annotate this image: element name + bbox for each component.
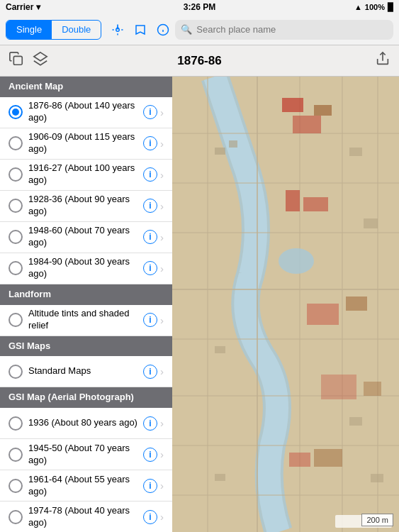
wifi-icon: ▾: [36, 2, 40, 12]
chevron-right-icon: ›: [160, 417, 164, 429]
list-item[interactable]: 1961-64 (About 55 years ago)i›: [0, 470, 172, 501]
chevron-right-icon: ›: [160, 314, 164, 326]
signal-icon: ▲: [354, 3, 362, 11]
list-item[interactable]: 1936 (About 80 years ago)i›: [0, 408, 172, 439]
item-label: 1928-36 (About 90 years ago): [28, 194, 143, 218]
toolbar-right: [375, 51, 390, 70]
list-item[interactable]: Standard Mapsi›: [0, 356, 172, 387]
bookmark-icon-btn[interactable]: [134, 23, 147, 36]
chevron-right-icon: ›: [160, 231, 164, 243]
status-bar-left: Carrier ▾: [6, 2, 40, 12]
item-label: Altitude tints and shaded relief: [28, 308, 143, 332]
chevron-right-icon: ›: [160, 106, 164, 118]
layers-icon-btn[interactable]: [33, 51, 48, 70]
svg-rect-30: [289, 453, 310, 467]
radio-button[interactable]: [9, 105, 23, 119]
svg-rect-24: [286, 190, 300, 211]
svg-rect-31: [314, 449, 342, 467]
svg-rect-26: [307, 304, 339, 325]
list-item[interactable]: 1876-86 (About 140 years ago)i›: [0, 97, 172, 128]
item-label: Standard Maps: [28, 365, 143, 377]
radio-button[interactable]: [9, 136, 23, 150]
info-button[interactable]: i: [143, 479, 157, 493]
info-button[interactable]: i: [143, 167, 157, 182]
info-icon-btn[interactable]: [157, 23, 169, 36]
svg-rect-39: [371, 474, 383, 482]
chevron-right-icon: ›: [160, 169, 164, 181]
svg-rect-21: [282, 98, 303, 112]
toolbar-title: 1876-86: [177, 54, 221, 68]
item-label: 1906-09 (About 115 years ago): [28, 131, 143, 155]
info-button[interactable]: i: [143, 261, 157, 275]
nav-icons: [111, 23, 169, 36]
search-input[interactable]: [196, 24, 388, 35]
svg-rect-29: [364, 382, 381, 396]
list-item[interactable]: 1984-90 (About 30 years ago)i›: [0, 253, 172, 284]
svg-rect-36: [215, 346, 225, 353]
share-icon-btn[interactable]: [375, 51, 390, 70]
segment-single[interactable]: Single: [6, 21, 52, 39]
info-button[interactable]: i: [143, 199, 157, 213]
radio-button[interactable]: [9, 230, 23, 244]
info-button[interactable]: i: [143, 105, 157, 119]
copy-icon-btn[interactable]: [9, 51, 24, 70]
list-item[interactable]: 1916-27 (About 100 years ago)i›: [0, 160, 172, 191]
info-button[interactable]: i: [143, 230, 157, 244]
list-item[interactable]: 1945-50 (About 70 years ago)i›: [0, 439, 172, 470]
svg-rect-22: [293, 116, 321, 133]
item-label: 1916-27 (About 100 years ago): [28, 162, 143, 187]
info-button[interactable]: i: [143, 448, 157, 462]
item-label: 1948-60 (About 70 years ago): [28, 225, 143, 249]
scale-label: 200 m: [366, 516, 388, 524]
list-item[interactable]: 1906-09 (About 115 years ago)i›: [0, 128, 172, 160]
radio-button[interactable]: [9, 479, 23, 493]
status-bar: Carrier ▾ 3:26 PM ▲ 100% ▉: [0, 0, 399, 14]
item-label: 1984-90 (About 30 years ago): [28, 256, 143, 280]
radio-button[interactable]: [9, 416, 23, 431]
list-item[interactable]: 1948-60 (About 70 years ago)i›: [0, 222, 172, 253]
info-button[interactable]: i: [143, 365, 157, 379]
segment-control[interactable]: Single Double: [6, 20, 101, 40]
item-label: 1876-86 (About 140 years ago): [28, 100, 143, 124]
map-area[interactable]: 200 m: [172, 77, 399, 532]
info-button[interactable]: i: [143, 510, 157, 524]
info-button[interactable]: i: [143, 313, 157, 327]
svg-rect-34: [349, 148, 362, 156]
svg-rect-4: [13, 56, 22, 65]
radio-button[interactable]: [9, 167, 23, 182]
chevron-right-icon: ›: [160, 448, 164, 460]
chevron-right-icon: ›: [160, 480, 164, 492]
list-item[interactable]: Altitude tints and shaded reliefi›: [0, 305, 172, 336]
nav-bar: Single Double 🔍: [0, 14, 399, 45]
svg-rect-35: [364, 218, 378, 228]
list-item[interactable]: 1974-78 (About 40 years ago)i›: [0, 501, 172, 532]
section-header-gsi-maps: GSI Maps: [0, 336, 172, 357]
radio-button[interactable]: [9, 199, 23, 213]
chevron-right-icon: ›: [160, 138, 164, 150]
radio-button[interactable]: [9, 510, 23, 524]
svg-rect-37: [349, 417, 362, 426]
item-label: 1961-64 (About 55 years ago): [28, 474, 143, 498]
segment-double[interactable]: Double: [52, 21, 101, 39]
radio-button[interactable]: [9, 261, 23, 275]
chevron-right-icon: ›: [160, 262, 164, 275]
info-button[interactable]: i: [143, 416, 157, 431]
item-label: 1936 (About 80 years ago): [28, 417, 143, 429]
radio-button[interactable]: [9, 313, 23, 327]
radio-button[interactable]: [9, 365, 23, 379]
radio-button[interactable]: [9, 448, 23, 462]
item-label: 1945-50 (About 70 years ago): [28, 443, 143, 467]
search-box[interactable]: 🔍: [175, 20, 393, 40]
svg-rect-33: [229, 140, 237, 148]
section-header-gsi-map-(aerial-photograph): GSI Map (Aerial Photograph): [0, 387, 172, 408]
chevron-right-icon: ›: [160, 365, 164, 377]
toolbar: 1876-86: [0, 45, 399, 77]
chevron-right-icon: ›: [160, 511, 164, 523]
main-area: Ancient Map1876-86 (About 140 years ago)…: [0, 77, 399, 532]
section-header-landform: Landform: [0, 284, 172, 305]
sidebar[interactable]: Ancient Map1876-86 (About 140 years ago)…: [0, 77, 172, 532]
location-icon-btn[interactable]: [111, 23, 124, 36]
list-item[interactable]: 1928-36 (About 90 years ago)i›: [0, 191, 172, 222]
svg-point-40: [279, 248, 314, 274]
info-button[interactable]: i: [143, 136, 157, 150]
